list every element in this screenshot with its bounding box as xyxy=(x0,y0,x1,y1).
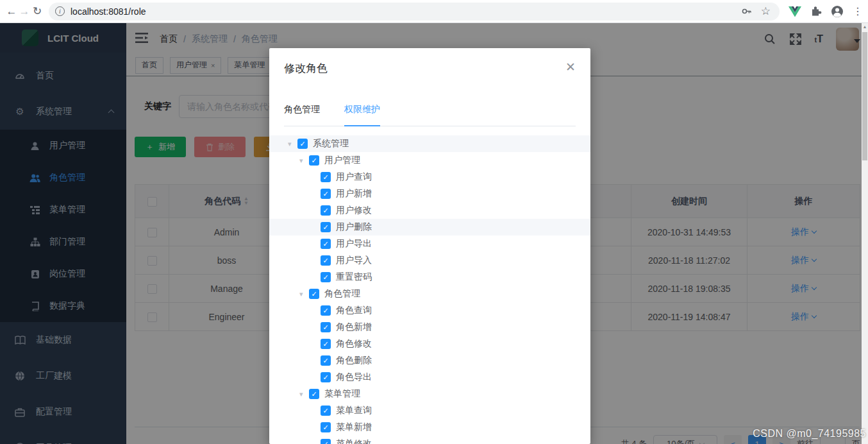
tree-node[interactable]: ▾✓菜单管理 xyxy=(269,386,590,402)
tree-node[interactable]: ▾✓角色管理 xyxy=(269,286,590,302)
tree-node[interactable]: ▾✓菜单新增 xyxy=(269,419,590,436)
profile-icon[interactable] xyxy=(831,5,844,18)
caret-down-icon[interactable]: ▾ xyxy=(299,390,309,398)
edit-role-dialog: 修改角色 ✕ 角色管理 权限维护 ▾✓系统管理 ▾✓用户管理 ▾✓用户查询 ▾✓… xyxy=(269,48,590,444)
checkbox-checked[interactable]: ✓ xyxy=(321,189,331,199)
tab-role-mgmt[interactable]: 角色管理 xyxy=(284,104,320,126)
url-text[interactable]: localhost:8081/role xyxy=(71,6,741,17)
page-scrollbar[interactable]: ▲ xyxy=(862,23,868,444)
password-key-icon[interactable] xyxy=(741,6,752,17)
checkbox-checked[interactable]: ✓ xyxy=(321,272,331,282)
checkbox-checked[interactable]: ✓ xyxy=(321,305,331,316)
checkbox-checked[interactable]: ✓ xyxy=(297,139,308,149)
tree-node[interactable]: ▾✓角色删除 xyxy=(269,352,590,369)
caret-down-icon[interactable]: ▾ xyxy=(288,140,297,148)
tree-node[interactable]: ▾✓用户查询 xyxy=(269,169,590,185)
tree-node[interactable]: ▾✓菜单修改 xyxy=(269,436,590,444)
checkbox-checked[interactable]: ✓ xyxy=(321,339,331,349)
caret-down-icon[interactable]: ▾ xyxy=(299,157,309,165)
extensions-puzzle-icon[interactable] xyxy=(810,6,822,17)
checkbox-checked[interactable]: ✓ xyxy=(309,389,319,399)
checkbox-checked[interactable]: ✓ xyxy=(321,322,331,332)
tree-node[interactable]: ▾✓角色修改 xyxy=(269,336,590,352)
tree-node[interactable]: ▾✓系统管理 xyxy=(269,135,590,152)
tree-node[interactable]: ▾✓角色导出 xyxy=(269,369,590,386)
tree-node[interactable]: ▾✓重置密码 xyxy=(269,269,590,286)
tree-node[interactable]: ▾✓用户导出 xyxy=(269,235,590,252)
permission-tree: ▾✓系统管理 ▾✓用户管理 ▾✓用户查询 ▾✓用户新增 ▾✓用户修改 ▾✓用户删… xyxy=(269,135,590,444)
checkbox-checked[interactable]: ✓ xyxy=(321,355,331,366)
back-icon[interactable]: ← xyxy=(5,3,18,21)
browser-toolbar: ← → ↻ i localhost:8081/role ☆ ⋮ xyxy=(0,0,868,23)
checkbox-checked[interactable]: ✓ xyxy=(321,255,331,266)
vue-devtools-icon[interactable] xyxy=(789,6,801,17)
page-info-icon[interactable]: i xyxy=(55,6,65,16)
checkbox-checked[interactable]: ✓ xyxy=(321,222,331,232)
checkbox-checked[interactable]: ✓ xyxy=(321,439,331,444)
checkbox-checked[interactable]: ✓ xyxy=(321,205,331,216)
tree-node[interactable]: ▾✓用户修改 xyxy=(269,202,590,219)
app-window: LCIT Cloud 首页 ⚙ 系统管理 用户管理 xyxy=(0,23,868,444)
checkbox-checked[interactable]: ✓ xyxy=(321,406,331,416)
tree-node[interactable]: ▾✓用户新增 xyxy=(269,185,590,202)
checkbox-checked[interactable]: ✓ xyxy=(321,239,331,249)
tab-permission[interactable]: 权限维护 xyxy=(344,104,380,126)
reload-icon[interactable]: ↻ xyxy=(31,3,44,21)
tree-node[interactable]: ▾✓用户管理 xyxy=(269,152,590,169)
caret-down-icon[interactable]: ▾ xyxy=(299,290,309,298)
tree-node[interactable]: ▾✓角色查询 xyxy=(269,302,590,319)
bookmark-star-icon[interactable]: ☆ xyxy=(761,4,771,18)
tree-node[interactable]: ▾✓用户删除 xyxy=(269,219,590,235)
tree-node[interactable]: ▾✓角色新增 xyxy=(269,319,590,336)
dialog-title: 修改角色 xyxy=(284,61,328,76)
checkbox-checked[interactable]: ✓ xyxy=(309,289,319,299)
checkbox-checked[interactable]: ✓ xyxy=(321,422,331,432)
checkbox-checked[interactable]: ✓ xyxy=(309,155,319,166)
forward-icon[interactable]: → xyxy=(18,3,31,21)
checkbox-checked[interactable]: ✓ xyxy=(321,372,331,382)
dialog-tabs: 角色管理 权限维护 xyxy=(284,104,576,126)
dialog-close-icon[interactable]: ✕ xyxy=(565,61,576,76)
tree-node[interactable]: ▾✓用户导入 xyxy=(269,252,590,269)
csdn-watermark: CSDN @m0_74195985 xyxy=(753,428,866,440)
tree-node[interactable]: ▾✓菜单查询 xyxy=(269,402,590,419)
address-bar[interactable]: i localhost:8081/role ☆ xyxy=(49,3,780,21)
scrollbar-thumb[interactable] xyxy=(862,32,867,160)
scroll-up-icon[interactable]: ▲ xyxy=(862,24,867,29)
checkbox-checked[interactable]: ✓ xyxy=(321,172,331,182)
browser-menu-icon[interactable]: ⋮ xyxy=(853,5,863,17)
